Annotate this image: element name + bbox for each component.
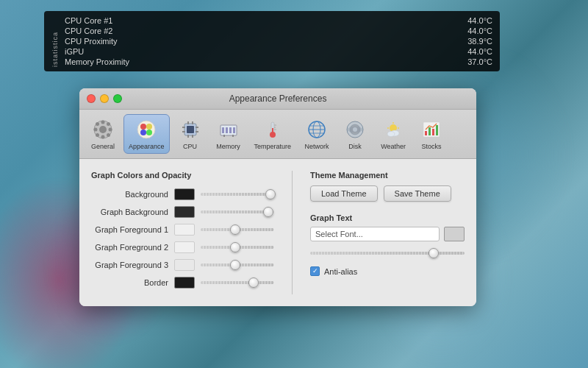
tab-temperature-label: Temperature [254, 143, 292, 150]
preferences-window: Appearance Preferences General [79, 88, 476, 306]
svg-rect-29 [233, 127, 235, 133]
svg-rect-31 [232, 135, 234, 137]
tab-cpu[interactable]: CPU [173, 114, 208, 154]
temp-name: CPU Core #1 [65, 16, 112, 25]
temperature-widget: iStatistica CPU Core #1 44.0°C CPU Core … [44, 11, 500, 71]
right-panel: Theme Management Load Theme Save Theme G… [310, 171, 465, 294]
color-row-background: Background [91, 188, 274, 200]
slider-track[interactable] [201, 263, 274, 266]
color-swatch[interactable] [174, 224, 195, 236]
slider-container [201, 228, 274, 231]
slider-thumb[interactable] [263, 207, 273, 217]
svg-point-8 [96, 133, 99, 137]
font-select-field[interactable]: Select Font... [310, 227, 440, 241]
color-label: Graph Background [91, 208, 168, 216]
slider-track[interactable] [201, 193, 274, 196]
color-label: Graph Foreground 1 [91, 225, 168, 234]
slider-container [201, 210, 274, 213]
tab-temperature[interactable]: Temperature [249, 114, 297, 154]
svg-point-5 [109, 128, 112, 132]
svg-point-7 [107, 122, 110, 126]
temp-value: 44.0°C [467, 16, 492, 25]
svg-rect-18 [192, 121, 193, 124]
toolbar: General Appearance [79, 110, 476, 159]
tab-general[interactable]: General [85, 114, 121, 154]
theme-buttons: Load Theme Save Theme [310, 185, 465, 202]
color-row-fg2: Graph Foreground 2 [91, 241, 274, 253]
color-label: Border [91, 278, 168, 287]
slider-container [201, 193, 274, 196]
color-swatch[interactable] [174, 241, 195, 253]
window-titlebar: Appearance Preferences [79, 88, 476, 110]
disk-icon [343, 118, 367, 141]
tab-memory[interactable]: Memory [211, 114, 246, 154]
graph-text-title: Graph Text [310, 213, 465, 222]
font-selector: Select Font... [310, 227, 465, 241]
anti-alias-row: ✓ Anti-alias [310, 266, 465, 276]
svg-rect-55 [425, 131, 427, 135]
content-area: Graph Colors and Opacity Background Grap… [79, 159, 476, 306]
svg-point-12 [146, 124, 152, 130]
anti-alias-checkbox[interactable]: ✓ [310, 266, 320, 276]
svg-point-6 [96, 122, 99, 126]
svg-rect-56 [429, 127, 431, 135]
svg-point-1 [99, 126, 107, 133]
slider-track[interactable] [201, 246, 274, 249]
widget-app-label: iStatistica [51, 15, 59, 67]
slider-container [201, 281, 274, 284]
temp-value: 37.0°C [467, 57, 492, 66]
slider-track[interactable] [201, 281, 274, 284]
tab-network[interactable]: Network [299, 114, 334, 154]
svg-rect-27 [226, 127, 228, 133]
font-size-slider[interactable] [310, 247, 465, 259]
temp-rows: CPU Core #1 44.0°C CPU Core #2 44.0°C CP… [65, 15, 492, 67]
temp-name: CPU Proximity [65, 37, 118, 46]
tab-disk[interactable]: Disk [337, 114, 373, 154]
temp-value: 44.0°C [467, 26, 492, 35]
temp-name: CPU Core #2 [65, 26, 112, 35]
slider-thumb[interactable] [230, 260, 240, 270]
tab-appearance[interactable]: Appearance [123, 114, 170, 154]
color-label: Graph Foreground 2 [91, 243, 168, 252]
tab-memory-label: Memory [216, 143, 240, 150]
temp-row: Memory Proximity 37.0°C [65, 57, 492, 67]
tab-disk-label: Disk [348, 143, 362, 150]
save-theme-button[interactable]: Save Theme [384, 185, 451, 202]
color-swatch[interactable] [174, 206, 195, 218]
svg-rect-16 [187, 126, 194, 133]
color-swatch[interactable] [174, 277, 195, 289]
slider-thumb[interactable] [248, 277, 259, 288]
slider-thumb[interactable] [230, 242, 240, 252]
cpu-icon [179, 118, 202, 141]
load-theme-button[interactable]: Load Theme [310, 185, 378, 202]
svg-point-13 [140, 130, 146, 135]
svg-rect-21 [182, 127, 185, 128]
color-label: Background [91, 190, 168, 199]
slider-container [201, 246, 274, 249]
font-size-thumb[interactable] [429, 248, 439, 258]
close-button[interactable] [87, 94, 96, 103]
font-size-track [310, 252, 465, 255]
window-title: Appearance Preferences [229, 93, 327, 104]
left-panel: Graph Colors and Opacity Background Grap… [91, 171, 274, 294]
slider-track[interactable] [201, 210, 274, 213]
svg-rect-30 [223, 135, 225, 137]
slider-track[interactable] [201, 228, 274, 231]
svg-point-4 [94, 128, 98, 132]
font-color-swatch[interactable] [444, 227, 465, 241]
minimize-button[interactable] [100, 94, 109, 103]
graph-colors-title: Graph Colors and Opacity [91, 171, 274, 180]
svg-rect-23 [196, 127, 198, 128]
svg-point-46 [347, 127, 363, 132]
temp-name: iGPU [65, 47, 84, 56]
network-icon [305, 118, 329, 141]
tab-stocks[interactable]: Stocks [414, 114, 449, 154]
maximize-button[interactable] [113, 94, 122, 103]
svg-rect-26 [222, 127, 224, 133]
slider-thumb[interactable] [265, 189, 276, 199]
color-swatch[interactable] [174, 188, 195, 200]
color-swatch[interactable] [174, 259, 195, 271]
temp-row: CPU Core #1 44.0°C [65, 15, 492, 26]
slider-thumb[interactable] [230, 224, 240, 235]
tab-weather[interactable]: Weather [376, 114, 411, 154]
